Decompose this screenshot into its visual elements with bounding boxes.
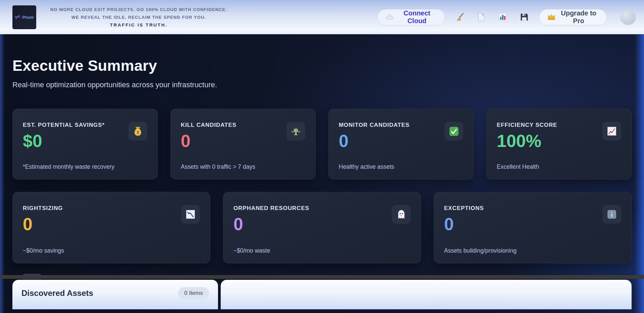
app-header: ✂ Prunr NO MORE CLOUD EXIT PROJECTS. GO … bbox=[0, 0, 644, 34]
stat-card-kill-candidates: KILL CANDIDATES 0 Assets with 0 traffic … bbox=[170, 109, 316, 179]
information-icon bbox=[607, 210, 616, 219]
ghost-icon bbox=[397, 210, 406, 219]
page-subtitle: Real-time optimization opportunities acr… bbox=[12, 80, 632, 90]
card-icon-badge bbox=[602, 205, 621, 224]
zombie-icon bbox=[291, 126, 301, 136]
stat-card-monitor-candidates: MONITOR CANDIDATES 0 Healthy active asse… bbox=[328, 109, 474, 179]
card-subtitle: Assets building/provisioning bbox=[444, 247, 621, 254]
crown-icon bbox=[547, 14, 555, 20]
card-value: 0 bbox=[23, 215, 200, 233]
card-label: RIGHTSIZING bbox=[23, 205, 200, 212]
card-subtitle: Healthy active assets bbox=[339, 163, 463, 170]
page-title: Executive Summary bbox=[12, 34, 632, 74]
card-label: EXCEPTIONS bbox=[444, 205, 621, 212]
stat-card-efficiency-score: EFFICIENCY SCORE 100% Excellent Health bbox=[486, 109, 632, 179]
stat-card-orphaned-resources: ORPHANED RESOURCES 0 ~$0/mo waste bbox=[223, 192, 421, 263]
upgrade-to-pro-button[interactable]: Upgrade to Pro bbox=[539, 9, 607, 25]
upgrade-to-pro-label: Upgrade to Pro bbox=[559, 9, 598, 25]
brand-logo[interactable]: ✂ Prunr bbox=[12, 5, 36, 29]
card-subtitle: Excellent Health bbox=[497, 163, 621, 170]
brand-name: Prunr bbox=[22, 15, 34, 20]
stat-card-rightsizing: RIGHTSIZING 0 ~$0/mo savings bbox=[12, 192, 210, 263]
card-icon-badge bbox=[286, 122, 305, 141]
scissors-icon: ✂ bbox=[13, 12, 22, 22]
right-edge-glow bbox=[635, 34, 644, 313]
card-value: 0 bbox=[444, 215, 621, 233]
card-icon-badge bbox=[392, 205, 411, 224]
user-avatar[interactable] bbox=[620, 9, 636, 25]
header-actions: Connect Cloud bbox=[377, 9, 636, 25]
connect-cloud-label: Connect Cloud bbox=[397, 9, 437, 25]
tagline-line-3: TRAFFIC IS TRUTH. bbox=[50, 21, 227, 29]
bottom-strip bbox=[0, 275, 644, 279]
discovered-assets-title: Discovered Assets bbox=[21, 289, 93, 298]
card-value: 0 bbox=[233, 215, 411, 233]
cloud-icon bbox=[386, 14, 394, 20]
page-icon bbox=[478, 13, 485, 21]
toolbar-button-bar-chart[interactable] bbox=[496, 10, 509, 24]
stat-cards-row-1: EST. POTENTIAL SAVINGS* $0 *Estimated mo… bbox=[12, 109, 632, 179]
card-label: ORPHANED RESOURCES bbox=[233, 205, 411, 212]
discovered-assets-panel: Discovered Assets 0 Items bbox=[12, 280, 218, 309]
svg-text:$: $ bbox=[137, 130, 139, 135]
card-subtitle: Assets with 0 traffic > 7 days bbox=[181, 163, 305, 170]
card-icon-badge bbox=[602, 122, 621, 141]
card-subtitle: ~$0/mo waste bbox=[233, 247, 411, 254]
money-bag-icon: $ bbox=[133, 126, 142, 136]
side-panel bbox=[221, 280, 632, 309]
broom-icon bbox=[455, 13, 464, 21]
toolbar-button-save[interactable] bbox=[518, 10, 531, 24]
stat-card-est-potential-savings: EST. POTENTIAL SAVINGS* $0 *Estimated mo… bbox=[12, 109, 158, 179]
main-content: Executive Summary Real-time optimization… bbox=[0, 34, 644, 313]
card-subtitle: ~$0/mo savings bbox=[23, 247, 200, 254]
bar-chart-icon bbox=[499, 13, 507, 21]
toolbar-button-broom[interactable] bbox=[453, 10, 467, 24]
left-edge-glow bbox=[0, 34, 5, 313]
stat-card-exceptions: EXCEPTIONS 0 Assets building/provisionin… bbox=[434, 192, 632, 263]
check-mark-icon bbox=[449, 127, 459, 136]
card-subtitle: *Estimated monthly waste recovery bbox=[23, 163, 147, 170]
floppy-disk-icon bbox=[520, 13, 528, 21]
connect-cloud-button[interactable]: Connect Cloud bbox=[377, 9, 445, 25]
card-icon-badge: $ bbox=[128, 122, 147, 141]
chart-increasing-icon bbox=[607, 127, 616, 136]
app-root: ✂ Prunr NO MORE CLOUD EXIT PROJECTS. GO … bbox=[0, 0, 644, 313]
chart-decreasing-icon bbox=[186, 210, 195, 219]
stat-cards-row-2: RIGHTSIZING 0 ~$0/mo savings ORPHANED RE… bbox=[12, 192, 632, 263]
tagline-line-2: WE REVEAL THE IDLE. RECLAIM THE SPEND FO… bbox=[50, 13, 227, 21]
tagline: NO MORE CLOUD EXIT PROJECTS. GO 100% CLO… bbox=[50, 6, 227, 29]
items-count-badge: 0 Items bbox=[178, 287, 209, 299]
toolbar-button-page[interactable] bbox=[475, 10, 488, 24]
card-icon-badge bbox=[181, 205, 200, 224]
card-icon-badge bbox=[444, 122, 463, 141]
tagline-line-1: NO MORE CLOUD EXIT PROJECTS. GO 100% CLO… bbox=[50, 6, 227, 13]
bottom-panels: Discovered Assets 0 Items bbox=[12, 280, 632, 309]
